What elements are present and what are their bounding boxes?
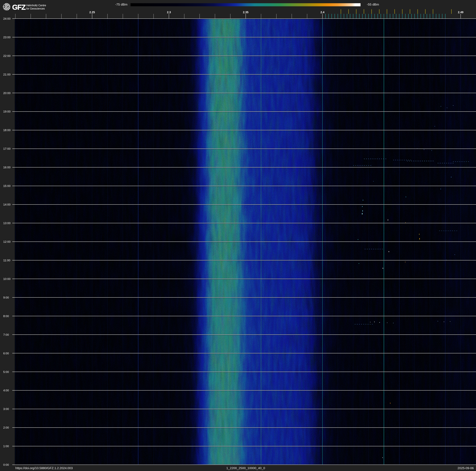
svg-text:20:00: 20:00 xyxy=(3,91,11,95)
svg-text:22:00: 22:00 xyxy=(3,54,11,57)
svg-text:6:00: 6:00 xyxy=(3,352,9,355)
svg-text:11:00: 11:00 xyxy=(3,259,10,262)
svg-text:-75 dBm: -75 dBm xyxy=(115,3,127,6)
svg-text:9:00: 9:00 xyxy=(3,296,9,299)
svg-text:10:00: 10:00 xyxy=(3,277,11,281)
svg-text:https://doi.org/10.5880/GFZ.1.: https://doi.org/10.5880/GFZ.1.2.2024.003 xyxy=(15,466,73,470)
svg-text:2:00: 2:00 xyxy=(3,426,9,429)
svg-text:0:00: 0:00 xyxy=(3,463,9,466)
svg-text:15:00: 15:00 xyxy=(3,184,11,188)
svg-text:19:00: 19:00 xyxy=(3,110,11,113)
svg-text:2.25: 2.25 xyxy=(89,11,95,14)
svg-text:for Geosciences: for Geosciences xyxy=(26,7,45,10)
svg-text:8:00: 8:00 xyxy=(3,314,9,318)
svg-text:1:00: 1:00 xyxy=(3,445,9,448)
svg-text:4:00: 4:00 xyxy=(3,389,9,392)
svg-text:2.4: 2.4 xyxy=(321,11,324,14)
svg-text:2025-09-06: 2025-09-06 xyxy=(458,466,474,470)
svg-text:13:00: 13:00 xyxy=(3,221,11,225)
svg-text:GFZ: GFZ xyxy=(12,3,26,11)
svg-text:1_2200_2500_10000_40_0: 1_2200_2500_10000_40_0 xyxy=(226,466,265,470)
svg-text:5:00: 5:00 xyxy=(3,370,9,374)
svg-text:7:00: 7:00 xyxy=(3,333,9,336)
svg-text:21:00: 21:00 xyxy=(3,73,11,76)
svg-text:12:00: 12:00 xyxy=(3,240,11,243)
svg-text:24:00: 24:00 xyxy=(3,17,11,20)
svg-text:18:00: 18:00 xyxy=(3,128,11,132)
svg-text:-55 dBm: -55 dBm xyxy=(367,3,379,6)
svg-text:23:00: 23:00 xyxy=(3,36,11,39)
svg-text:3:00: 3:00 xyxy=(3,407,9,411)
svg-text:2.3: 2.3 xyxy=(167,11,171,14)
svg-text:Helmholtz Centre: Helmholtz Centre xyxy=(26,4,46,7)
svg-text:14:00: 14:00 xyxy=(3,203,11,206)
svg-text:16:00: 16:00 xyxy=(3,166,11,169)
svg-text:2.35: 2.35 xyxy=(243,11,248,14)
svg-text:17:00: 17:00 xyxy=(3,147,11,150)
svg-text:2.49: 2.49 xyxy=(458,11,463,14)
